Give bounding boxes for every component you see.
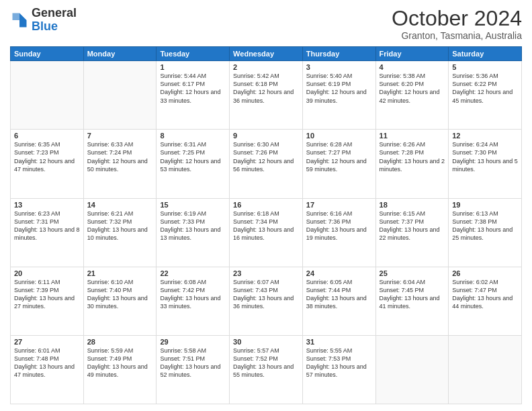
page: General Blue October 2024 Granton, Tasma… [0,0,532,411]
calendar-cell: 30Sunrise: 5:57 AMSunset: 7:52 PMDayligh… [230,335,303,404]
calendar-cell: 2Sunrise: 5:42 AMSunset: 6:18 PMDaylight… [230,61,303,130]
calendar-cell: 18Sunrise: 6:15 AMSunset: 7:37 PMDayligh… [375,198,449,267]
day-number: 12 [452,132,518,140]
calendar-cell: 16Sunrise: 6:18 AMSunset: 7:34 PMDayligh… [230,198,303,267]
calendar-weekday-header: Tuesday [157,47,230,61]
day-number: 16 [233,201,299,209]
day-info: Sunrise: 6:02 AMSunset: 7:47 PMDaylight:… [452,278,518,311]
day-number: 2 [233,63,299,71]
logo-text: General Blue [32,7,77,34]
calendar-cell: 22Sunrise: 6:08 AMSunset: 7:42 PMDayligh… [157,267,230,335]
day-number: 11 [380,132,445,140]
day-info: Sunrise: 5:38 AMSunset: 6:20 PMDaylight:… [380,72,445,105]
calendar-cell: 27Sunrise: 6:01 AMSunset: 7:48 PMDayligh… [11,335,84,404]
calendar-weekday-header: Sunday [11,47,84,61]
calendar-cell: 9Sunrise: 6:30 AMSunset: 7:26 PMDaylight… [230,130,303,198]
calendar-cell: 1Sunrise: 5:44 AMSunset: 6:17 PMDaylight… [157,61,230,130]
day-number: 20 [14,269,80,277]
day-number: 24 [306,269,372,277]
day-info: Sunrise: 6:13 AMSunset: 7:38 PMDaylight:… [452,210,518,242]
calendar-week-row: 6Sunrise: 6:35 AMSunset: 7:23 PMDaylight… [11,130,522,198]
day-number: 9 [233,132,299,140]
location: Granton, Tasmania, Australia [392,30,522,41]
calendar-cell: 4Sunrise: 5:38 AMSunset: 6:20 PMDaylight… [375,61,449,130]
calendar-cell: 20Sunrise: 6:11 AMSunset: 7:39 PMDayligh… [11,267,84,335]
day-number: 23 [233,269,299,277]
day-number: 19 [452,201,518,209]
day-info: Sunrise: 6:05 AMSunset: 7:44 PMDaylight:… [306,278,372,311]
day-number: 28 [87,338,153,346]
calendar-weekday-header: Wednesday [230,47,303,61]
calendar-week-row: 27Sunrise: 6:01 AMSunset: 7:48 PMDayligh… [11,335,522,404]
day-info: Sunrise: 6:23 AMSunset: 7:31 PMDaylight:… [14,210,80,242]
logo-general: General [32,6,77,19]
calendar-cell [449,335,522,404]
day-number: 29 [160,338,226,346]
day-info: Sunrise: 5:57 AMSunset: 7:52 PMDaylight:… [233,347,299,379]
calendar-cell: 23Sunrise: 6:07 AMSunset: 7:43 PMDayligh… [230,267,303,335]
calendar-weekday-header: Monday [83,47,157,61]
calendar-week-row: 20Sunrise: 6:11 AMSunset: 7:39 PMDayligh… [11,267,522,335]
day-number: 31 [306,338,372,346]
header: General Blue October 2024 Granton, Tasma… [10,7,522,41]
calendar-cell: 31Sunrise: 5:55 AMSunset: 7:53 PMDayligh… [302,335,375,404]
calendar-cell [375,335,449,404]
day-info: Sunrise: 6:35 AMSunset: 7:23 PMDaylight:… [14,140,80,173]
day-number: 13 [14,201,80,209]
logo: General Blue [10,7,77,34]
day-number: 21 [87,269,153,277]
day-info: Sunrise: 5:58 AMSunset: 7:51 PMDaylight:… [160,347,226,379]
day-info: Sunrise: 5:44 AMSunset: 6:17 PMDaylight:… [160,72,226,105]
day-number: 27 [14,338,80,346]
logo-icon [10,11,29,30]
calendar-cell: 21Sunrise: 6:10 AMSunset: 7:40 PMDayligh… [83,267,157,335]
day-number: 5 [452,63,518,71]
calendar-cell: 28Sunrise: 5:59 AMSunset: 7:49 PMDayligh… [83,335,157,404]
calendar-cell: 24Sunrise: 6:05 AMSunset: 7:44 PMDayligh… [302,267,375,335]
day-info: Sunrise: 6:19 AMSunset: 7:33 PMDaylight:… [160,210,226,242]
day-info: Sunrise: 6:18 AMSunset: 7:34 PMDaylight:… [233,210,299,242]
day-number: 17 [306,201,372,209]
day-number: 6 [14,132,80,140]
day-info: Sunrise: 5:36 AMSunset: 6:22 PMDaylight:… [452,72,518,105]
day-info: Sunrise: 5:55 AMSunset: 7:53 PMDaylight:… [306,347,372,379]
day-number: 14 [87,201,153,209]
day-info: Sunrise: 6:16 AMSunset: 7:36 PMDaylight:… [306,210,372,242]
day-info: Sunrise: 6:28 AMSunset: 7:27 PMDaylight:… [306,140,372,173]
day-number: 18 [380,201,445,209]
day-number: 25 [380,269,445,277]
day-info: Sunrise: 5:59 AMSunset: 7:49 PMDaylight:… [87,347,153,379]
day-info: Sunrise: 6:01 AMSunset: 7:48 PMDaylight:… [14,347,80,379]
calendar-cell [11,61,84,130]
calendar-cell: 10Sunrise: 6:28 AMSunset: 7:27 PMDayligh… [302,130,375,198]
calendar-cell: 26Sunrise: 6:02 AMSunset: 7:47 PMDayligh… [449,267,522,335]
calendar-cell: 25Sunrise: 6:04 AMSunset: 7:45 PMDayligh… [375,267,449,335]
svg-marker-2 [13,13,20,20]
day-number: 4 [380,63,445,71]
calendar-weekday-header: Friday [375,47,449,61]
calendar-week-row: 13Sunrise: 6:23 AMSunset: 7:31 PMDayligh… [11,198,522,267]
day-info: Sunrise: 6:31 AMSunset: 7:25 PMDaylight:… [160,140,226,173]
calendar-cell: 8Sunrise: 6:31 AMSunset: 7:25 PMDaylight… [157,130,230,198]
calendar-cell: 12Sunrise: 6:24 AMSunset: 7:30 PMDayligh… [449,130,522,198]
day-number: 22 [160,269,226,277]
calendar-weekday-header: Thursday [302,47,375,61]
title-block: October 2024 Granton, Tasmania, Australi… [392,7,522,41]
day-number: 26 [452,269,518,277]
day-info: Sunrise: 6:07 AMSunset: 7:43 PMDaylight:… [233,278,299,311]
day-number: 30 [233,338,299,346]
calendar-table: SundayMondayTuesdayWednesdayThursdayFrid… [10,46,522,404]
calendar-cell: 13Sunrise: 6:23 AMSunset: 7:31 PMDayligh… [11,198,84,267]
calendar-cell: 17Sunrise: 6:16 AMSunset: 7:36 PMDayligh… [302,198,375,267]
calendar-cell: 14Sunrise: 6:21 AMSunset: 7:32 PMDayligh… [83,198,157,267]
calendar-cell: 3Sunrise: 5:40 AMSunset: 6:19 PMDaylight… [302,61,375,130]
calendar-week-row: 1Sunrise: 5:44 AMSunset: 6:17 PMDaylight… [11,61,522,130]
day-number: 15 [160,201,226,209]
day-info: Sunrise: 6:11 AMSunset: 7:39 PMDaylight:… [14,278,80,311]
day-info: Sunrise: 6:08 AMSunset: 7:42 PMDaylight:… [160,278,226,311]
day-info: Sunrise: 5:40 AMSunset: 6:19 PMDaylight:… [306,72,372,105]
calendar-cell: 5Sunrise: 5:36 AMSunset: 6:22 PMDaylight… [449,61,522,130]
day-info: Sunrise: 6:30 AMSunset: 7:26 PMDaylight:… [233,140,299,173]
day-info: Sunrise: 6:15 AMSunset: 7:37 PMDaylight:… [380,210,445,242]
svg-marker-1 [19,20,27,28]
